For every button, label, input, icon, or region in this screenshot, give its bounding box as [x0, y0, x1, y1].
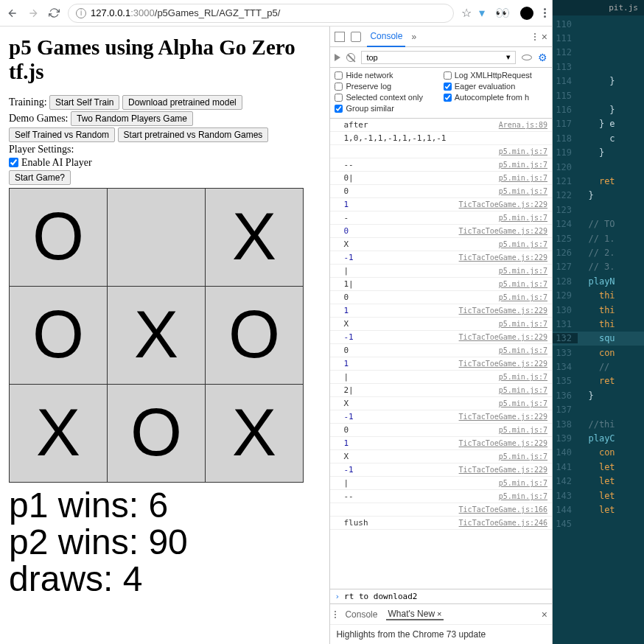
- two-random-players-button[interactable]: Two Random Players Game: [71, 111, 193, 126]
- clear-console-icon[interactable]: [346, 53, 355, 62]
- editor-line[interactable]: 113: [553, 60, 644, 74]
- editor-line[interactable]: 140 con: [553, 446, 644, 460]
- editor-line[interactable]: 121 ret: [553, 174, 644, 188]
- editor-line[interactable]: 139 playC: [553, 431, 644, 445]
- editor-line[interactable]: 143 let: [553, 489, 644, 503]
- editor-line[interactable]: 131 thi: [553, 317, 644, 331]
- editor-line[interactable]: 136 }: [553, 388, 644, 402]
- pretrained-vs-random-button[interactable]: Start pretrained vs Random Games: [118, 127, 269, 142]
- editor-line[interactable]: 128 playN: [553, 274, 644, 288]
- group-similar-checkbox[interactable]: [335, 105, 343, 113]
- training-label: Training:: [9, 97, 47, 108]
- devtools-menu-icon[interactable]: [534, 33, 536, 41]
- drawer-whatsnew-tab[interactable]: What's New×: [386, 609, 443, 620]
- editor-line[interactable]: 135 ret: [553, 374, 644, 388]
- editor-line[interactable]: 138 //thi: [553, 417, 644, 431]
- live-expression-icon[interactable]: [522, 55, 532, 60]
- console-input[interactable]: ›rt to download2: [330, 589, 552, 603]
- editor-line[interactable]: 134 //: [553, 360, 644, 374]
- editor-line[interactable]: 122 }: [553, 189, 644, 203]
- extension-icon-1[interactable]: ▾: [479, 6, 485, 20]
- editor-line[interactable]: 142 let: [553, 475, 644, 489]
- editor-line[interactable]: 110: [553, 17, 644, 31]
- editor-line[interactable]: 114 }: [553, 74, 644, 88]
- board-cell-1-2[interactable]: O: [206, 286, 304, 384]
- editor-line[interactable]: 112: [553, 46, 644, 60]
- editor-line[interactable]: 126 // 2.: [553, 245, 644, 259]
- download-pretrained-button[interactable]: Download pretrained model: [122, 95, 242, 110]
- board-cell-0-1[interactable]: [108, 188, 206, 286]
- console-log-area[interactable]: afterArena.js:891,0,-1,1,-1,1,-1,1,-1p5.…: [330, 119, 552, 589]
- extension-icon-2[interactable]: 👀: [495, 6, 510, 20]
- more-tabs-icon[interactable]: »: [411, 32, 416, 42]
- editor-line[interactable]: 141 let: [553, 460, 644, 474]
- console-log-row: -1TicTacToeGame.js:229: [330, 251, 552, 265]
- editor-line[interactable]: 117 } e: [553, 117, 644, 131]
- console-log-row: 0p5.min.js:7: [330, 185, 552, 198]
- editor-line[interactable]: 144 let: [553, 503, 644, 517]
- selected-context-checkbox[interactable]: [335, 94, 343, 102]
- forward-icon[interactable]: [27, 7, 40, 20]
- editor-tab-filename[interactable]: pit.js: [553, 0, 644, 15]
- editor-line[interactable]: 120: [553, 160, 644, 174]
- back-icon[interactable]: [6, 7, 19, 20]
- editor-line[interactable]: 133 con: [553, 346, 644, 360]
- console-log-row: Xp5.min.js:7: [330, 397, 552, 410]
- page-title: p5 Games using Alpha Go Zero tf.js: [9, 35, 321, 85]
- drawer-menu-icon[interactable]: [335, 611, 336, 618]
- eager-eval-checkbox[interactable]: [444, 83, 452, 91]
- editor-line[interactable]: 111: [553, 31, 644, 45]
- editor-line[interactable]: 119 }: [553, 146, 644, 160]
- url-path: /p5Games_RL/AGZ_TTT_p5/: [155, 7, 281, 18]
- profile-avatar[interactable]: [520, 7, 533, 20]
- bookmark-star-icon[interactable]: ☆: [461, 6, 472, 20]
- start-game-button[interactable]: Start Game?: [9, 170, 71, 185]
- editor-line[interactable]: 124 // TO: [553, 217, 644, 231]
- editor-line[interactable]: 132 squ: [553, 332, 644, 346]
- address-bar[interactable]: i 127.0.0.1:3000/p5Games_RL/AGZ_TTT_p5/: [68, 4, 454, 23]
- editor-line[interactable]: 127 // 3.: [553, 260, 644, 274]
- board-cell-2-1[interactable]: O: [108, 384, 206, 482]
- p1-wins: p1 wins: 6: [9, 487, 321, 524]
- log-xhr-checkbox[interactable]: [444, 71, 452, 80]
- console-tab[interactable]: Console: [367, 27, 405, 47]
- self-trained-vs-random-button[interactable]: Self Trained vs Random: [9, 127, 115, 142]
- editor-line[interactable]: 118 c: [553, 131, 644, 145]
- hide-network-checkbox[interactable]: [335, 71, 343, 80]
- console-log-row: 2|p5.min.js:7: [330, 384, 552, 397]
- console-log-row: 0p5.min.js:7: [330, 424, 552, 437]
- board-cell-1-0[interactable]: O: [10, 286, 108, 384]
- start-self-train-button[interactable]: Start Self Train: [49, 95, 119, 110]
- device-toggle-icon[interactable]: [351, 32, 361, 42]
- console-play-icon[interactable]: [335, 54, 340, 61]
- board-cell-2-0[interactable]: X: [10, 384, 108, 482]
- autocomplete-checkbox[interactable]: [444, 94, 452, 102]
- editor-line[interactable]: 125 // 1.: [553, 231, 644, 245]
- site-info-icon[interactable]: i: [76, 8, 86, 18]
- editor-line[interactable]: 115: [553, 88, 644, 102]
- enable-ai-checkbox[interactable]: [9, 158, 18, 167]
- console-settings-icon[interactable]: ⚙: [538, 52, 547, 63]
- editor-line[interactable]: 137: [553, 403, 644, 417]
- editor-line[interactable]: 130 thi: [553, 303, 644, 317]
- inspect-element-icon[interactable]: [335, 32, 345, 42]
- console-log-row: 1TicTacToeGame.js:229: [330, 357, 552, 371]
- devtools-close-icon[interactable]: ×: [542, 31, 547, 43]
- editor-line[interactable]: 123: [553, 203, 644, 217]
- board-cell-1-1[interactable]: X: [108, 286, 206, 384]
- context-selector[interactable]: top▾: [361, 51, 516, 64]
- editor-line[interactable]: 129 thi: [553, 288, 644, 302]
- board-cell-0-0[interactable]: O: [10, 188, 108, 286]
- console-log-row: 0p5.min.js:7: [330, 344, 552, 357]
- reload-icon[interactable]: [47, 7, 60, 20]
- drawer-close-icon[interactable]: ×: [542, 609, 547, 620]
- editor-line[interactable]: 116 }: [553, 102, 644, 116]
- board-cell-2-2[interactable]: X: [206, 384, 304, 482]
- drawer-console-tab[interactable]: Console: [343, 609, 379, 620]
- enable-ai-label: Enable AI Player: [21, 157, 92, 169]
- board-cell-0-2[interactable]: X: [206, 188, 304, 286]
- console-log-row: 0|p5.min.js:7: [330, 172, 552, 185]
- browser-menu-icon[interactable]: [544, 8, 546, 18]
- preserve-log-checkbox[interactable]: [335, 83, 343, 91]
- editor-line[interactable]: 145: [553, 517, 644, 531]
